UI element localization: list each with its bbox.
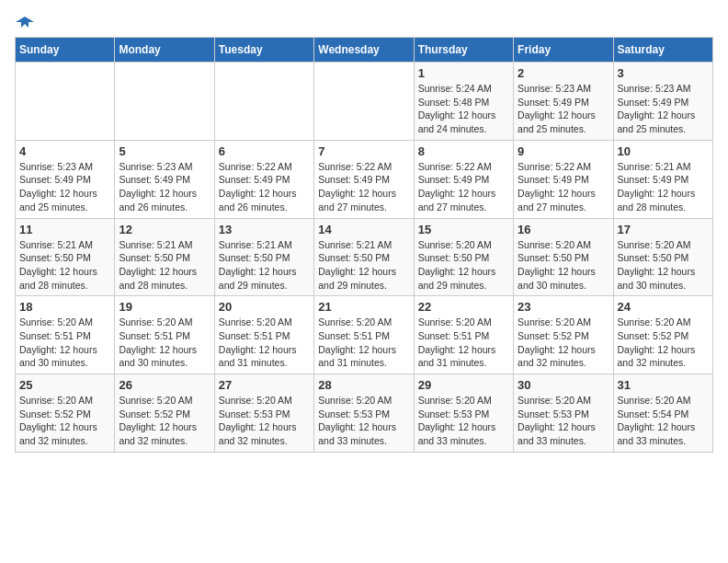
day-of-week-header: Sunday	[16, 38, 115, 63]
calendar-cell: 1Sunrise: 5:24 AM Sunset: 5:48 PM Daylig…	[414, 63, 513, 141]
day-info: Sunrise: 5:22 AM Sunset: 5:49 PM Dayligh…	[418, 160, 509, 214]
day-number: 19	[119, 300, 210, 314]
calendar-header-row: SundayMondayTuesdayWednesdayThursdayFrid…	[16, 38, 713, 63]
day-info: Sunrise: 5:22 AM Sunset: 5:49 PM Dayligh…	[318, 160, 409, 214]
day-number: 29	[418, 378, 509, 392]
calendar-cell: 18Sunrise: 5:20 AM Sunset: 5:51 PM Dayli…	[16, 296, 115, 374]
calendar-week-row: 25Sunrise: 5:20 AM Sunset: 5:52 PM Dayli…	[16, 374, 713, 453]
day-info: Sunrise: 5:20 AM Sunset: 5:51 PM Dayligh…	[318, 316, 409, 370]
calendar-cell: 3Sunrise: 5:23 AM Sunset: 5:49 PM Daylig…	[613, 63, 712, 141]
svg-marker-0	[16, 17, 34, 28]
day-number: 12	[119, 223, 210, 236]
day-number: 23	[518, 300, 609, 314]
day-number: 31	[618, 378, 709, 392]
day-info: Sunrise: 5:20 AM Sunset: 5:51 PM Dayligh…	[19, 316, 110, 370]
calendar-cell: 30Sunrise: 5:20 AM Sunset: 5:53 PM Dayli…	[514, 374, 613, 453]
calendar-cell: 25Sunrise: 5:20 AM Sunset: 5:52 PM Dayli…	[16, 374, 115, 453]
calendar-cell: 19Sunrise: 5:20 AM Sunset: 5:51 PM Dayli…	[115, 296, 214, 374]
day-info: Sunrise: 5:24 AM Sunset: 5:48 PM Dayligh…	[418, 82, 509, 136]
day-info: Sunrise: 5:20 AM Sunset: 5:51 PM Dayligh…	[119, 316, 210, 370]
day-number: 10	[618, 144, 709, 158]
day-number: 16	[518, 223, 609, 236]
calendar-cell: 28Sunrise: 5:20 AM Sunset: 5:53 PM Dayli…	[314, 374, 414, 453]
day-number: 9	[518, 144, 609, 158]
day-number: 21	[318, 300, 409, 314]
day-info: Sunrise: 5:23 AM Sunset: 5:49 PM Dayligh…	[119, 160, 210, 214]
calendar-cell: 21Sunrise: 5:20 AM Sunset: 5:51 PM Dayli…	[314, 296, 414, 374]
day-number: 30	[518, 378, 609, 392]
day-number: 1	[418, 66, 509, 80]
calendar-cell: 14Sunrise: 5:21 AM Sunset: 5:50 PM Dayli…	[314, 218, 414, 296]
calendar-cell: 8Sunrise: 5:22 AM Sunset: 5:49 PM Daylig…	[414, 140, 513, 218]
day-number: 25	[19, 378, 110, 392]
calendar-cell	[214, 63, 313, 141]
calendar-cell: 7Sunrise: 5:22 AM Sunset: 5:49 PM Daylig…	[314, 140, 414, 218]
calendar-cell	[16, 63, 115, 141]
calendar-cell: 17Sunrise: 5:20 AM Sunset: 5:50 PM Dayli…	[613, 218, 712, 296]
day-info: Sunrise: 5:20 AM Sunset: 5:53 PM Dayligh…	[219, 394, 310, 448]
day-info: Sunrise: 5:20 AM Sunset: 5:50 PM Dayligh…	[518, 238, 609, 293]
calendar-week-row: 18Sunrise: 5:20 AM Sunset: 5:51 PM Dayli…	[16, 296, 713, 374]
day-info: Sunrise: 5:21 AM Sunset: 5:49 PM Dayligh…	[618, 160, 709, 214]
day-info: Sunrise: 5:20 AM Sunset: 5:53 PM Dayligh…	[318, 394, 409, 448]
calendar-cell: 20Sunrise: 5:20 AM Sunset: 5:51 PM Dayli…	[214, 296, 313, 374]
calendar-week-row: 11Sunrise: 5:21 AM Sunset: 5:50 PM Dayli…	[16, 218, 713, 296]
calendar-cell: 9Sunrise: 5:22 AM Sunset: 5:49 PM Daylig…	[514, 140, 613, 218]
day-info: Sunrise: 5:21 AM Sunset: 5:50 PM Dayligh…	[19, 238, 110, 293]
calendar-cell	[115, 63, 214, 141]
calendar-cell	[314, 63, 414, 141]
day-number: 14	[318, 223, 409, 236]
day-info: Sunrise: 5:20 AM Sunset: 5:53 PM Dayligh…	[518, 394, 609, 448]
day-number: 24	[618, 300, 709, 314]
day-info: Sunrise: 5:23 AM Sunset: 5:49 PM Dayligh…	[518, 82, 609, 136]
calendar-cell: 5Sunrise: 5:23 AM Sunset: 5:49 PM Daylig…	[115, 140, 214, 218]
day-info: Sunrise: 5:20 AM Sunset: 5:51 PM Dayligh…	[219, 316, 310, 370]
day-number: 4	[19, 144, 110, 158]
calendar-cell: 11Sunrise: 5:21 AM Sunset: 5:50 PM Dayli…	[16, 218, 115, 296]
page-header	[15, 15, 713, 29]
day-number: 17	[618, 223, 709, 236]
day-number: 2	[518, 66, 609, 80]
day-number: 18	[19, 300, 110, 314]
calendar-cell: 24Sunrise: 5:20 AM Sunset: 5:52 PM Dayli…	[613, 296, 712, 374]
calendar-cell: 15Sunrise: 5:20 AM Sunset: 5:50 PM Dayli…	[414, 218, 513, 296]
day-info: Sunrise: 5:22 AM Sunset: 5:49 PM Dayligh…	[219, 160, 310, 214]
day-of-week-header: Saturday	[613, 38, 712, 63]
calendar-week-row: 1Sunrise: 5:24 AM Sunset: 5:48 PM Daylig…	[16, 63, 713, 141]
calendar-cell: 31Sunrise: 5:20 AM Sunset: 5:54 PM Dayli…	[613, 374, 712, 453]
day-number: 27	[219, 378, 310, 392]
calendar-table: SundayMondayTuesdayWednesdayThursdayFrid…	[15, 37, 713, 453]
day-number: 8	[418, 144, 509, 158]
day-info: Sunrise: 5:20 AM Sunset: 5:52 PM Dayligh…	[618, 316, 709, 370]
day-number: 6	[219, 144, 310, 158]
day-number: 11	[19, 223, 110, 236]
day-number: 28	[318, 378, 409, 392]
day-number: 5	[119, 144, 210, 158]
day-info: Sunrise: 5:20 AM Sunset: 5:52 PM Dayligh…	[19, 394, 110, 448]
day-of-week-header: Thursday	[414, 38, 513, 63]
day-info: Sunrise: 5:21 AM Sunset: 5:50 PM Dayligh…	[119, 238, 210, 293]
calendar-cell: 10Sunrise: 5:21 AM Sunset: 5:49 PM Dayli…	[613, 140, 712, 218]
day-info: Sunrise: 5:20 AM Sunset: 5:52 PM Dayligh…	[518, 316, 609, 370]
day-info: Sunrise: 5:20 AM Sunset: 5:50 PM Dayligh…	[418, 238, 509, 293]
calendar-cell: 27Sunrise: 5:20 AM Sunset: 5:53 PM Dayli…	[214, 374, 313, 453]
day-number: 20	[219, 300, 310, 314]
day-of-week-header: Friday	[514, 38, 613, 63]
day-number: 13	[219, 223, 310, 236]
day-info: Sunrise: 5:23 AM Sunset: 5:49 PM Dayligh…	[618, 82, 709, 136]
calendar-cell: 16Sunrise: 5:20 AM Sunset: 5:50 PM Dayli…	[514, 218, 613, 296]
day-number: 3	[618, 66, 709, 80]
day-info: Sunrise: 5:20 AM Sunset: 5:53 PM Dayligh…	[418, 394, 509, 448]
day-number: 26	[119, 378, 210, 392]
day-info: Sunrise: 5:20 AM Sunset: 5:54 PM Dayligh…	[618, 394, 709, 448]
day-number: 15	[418, 223, 509, 236]
day-of-week-header: Tuesday	[214, 38, 313, 63]
calendar-week-row: 4Sunrise: 5:23 AM Sunset: 5:49 PM Daylig…	[16, 140, 713, 218]
calendar-cell: 22Sunrise: 5:20 AM Sunset: 5:51 PM Dayli…	[414, 296, 513, 374]
day-of-week-header: Wednesday	[314, 38, 414, 63]
day-info: Sunrise: 5:22 AM Sunset: 5:49 PM Dayligh…	[518, 160, 609, 214]
day-number: 7	[318, 144, 409, 158]
day-info: Sunrise: 5:20 AM Sunset: 5:50 PM Dayligh…	[618, 238, 709, 293]
day-info: Sunrise: 5:23 AM Sunset: 5:49 PM Dayligh…	[19, 160, 110, 214]
calendar-cell: 13Sunrise: 5:21 AM Sunset: 5:50 PM Dayli…	[214, 218, 313, 296]
